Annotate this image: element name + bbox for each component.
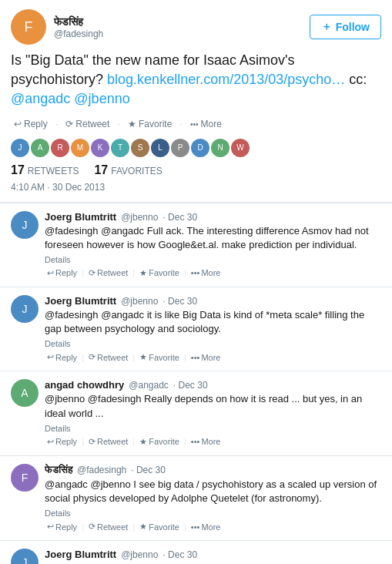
reply-reply-icon: ↩ <box>47 352 54 362</box>
follow-button[interactable]: ＋ Follow <box>310 15 381 39</box>
reply-details[interactable]: Details <box>45 255 381 264</box>
reply-screen-name: @fadesingh <box>77 465 126 475</box>
mini-avatar: S <box>131 139 149 157</box>
more-icon <box>190 119 199 129</box>
reply-retweet-icon: ⟳ <box>89 268 95 278</box>
mini-avatar: N <box>211 139 230 157</box>
reply-reply-button[interactable]: ↩ Reply <box>45 351 79 363</box>
display-name: फेडसिंह <box>54 15 103 29</box>
reply-more-button[interactable]: ••• More <box>189 436 223 447</box>
replies-section: J Joerg Blumtritt @jbenno · Dec 30 @fade… <box>0 203 392 564</box>
reply-retweet-icon: ⟳ <box>89 522 95 532</box>
reply-header: J Joerg Blumtritt @jbenno · Dec 30 @fade… <box>11 295 381 363</box>
reply-favorite-icon: ★ <box>139 522 147 532</box>
reply-avatar: A <box>11 379 39 407</box>
reply-date: · Dec 30 <box>173 380 208 391</box>
retweets-stat: 17 RETWEETS <box>11 163 79 177</box>
reply-date: · Dec 30 <box>162 549 197 560</box>
reply-reply-icon: ↩ <box>47 522 54 532</box>
retweets-count: 17 <box>11 163 25 177</box>
reply-retweet-button[interactable]: ⟳ Retweet <box>86 436 130 448</box>
favorites-label: FAVORITES <box>111 166 162 176</box>
reply-favorite-button[interactable]: ★ Favorite <box>137 521 182 532</box>
mini-avatar: L <box>151 139 169 157</box>
reply-display-name: फेडसिंह <box>45 464 72 476</box>
mini-avatar: D <box>191 139 209 157</box>
reply-display-name: Joerg Blumtritt <box>45 295 116 307</box>
mini-avatar: K <box>91 139 109 157</box>
reply-more-icon: ••• <box>191 268 200 277</box>
reply-date: · Dec 30 <box>131 465 166 475</box>
more-button[interactable]: More <box>187 117 225 131</box>
reply-reply-button[interactable]: ↩ Reply <box>45 436 79 448</box>
reply-date: · Dec 30 <box>162 296 197 307</box>
reply-meta: angad chowdhry @angadc · Dec 30 <box>45 379 381 391</box>
reply-actions: ↩ Reply | ⟳ Retweet | ★ Favorite | <box>45 436 381 448</box>
timestamp: 4:10 AM · 30 Dec 2013 <box>11 182 381 193</box>
main-avatar: F <box>11 9 46 45</box>
main-tweet-user: F फेडसिंह @fadesingh <box>11 9 103 45</box>
reply-content: Joerg Blumtritt @jbenno · Dec 30 @fadesi… <box>45 211 381 279</box>
reply-favorite-button[interactable]: ★ Favorite <box>137 436 182 448</box>
mini-avatar: W <box>231 139 250 157</box>
tweet-actions-row: Reply · Retweet · Favorite · More <box>11 117 381 131</box>
reply-content: Joerg Blumtritt @jbenno · Dec 30 @angadc… <box>45 549 381 564</box>
reply-retweet-icon: ⟳ <box>89 437 95 447</box>
retweet-icon <box>65 119 73 129</box>
reply-content: Joerg Blumtritt @jbenno · Dec 30 @fadesi… <box>45 295 381 363</box>
reply-retweet-button[interactable]: ⟳ Retweet <box>86 267 130 279</box>
reply-avatar: J <box>11 211 39 239</box>
reply-meta: Joerg Blumtritt @jbenno · Dec 30 <box>45 295 381 307</box>
main-tweet-text: Is "Big Data" the new name for Isaac Asi… <box>11 51 381 109</box>
screen-name: @fadesingh <box>54 29 103 39</box>
reply-screen-name: @jbenno <box>121 296 158 307</box>
stats-row: 17 RETWEETS 17 FAVORITES <box>11 163 381 177</box>
reply-retweet-button[interactable]: ⟳ Retweet <box>86 351 130 363</box>
mini-avatar: P <box>171 139 189 157</box>
follow-icon: ＋ <box>321 20 332 34</box>
reply-item: J Joerg Blumtritt @jbenno · Dec 30 @fade… <box>0 287 392 371</box>
reply-item: J Joerg Blumtritt @jbenno · Dec 30 @fade… <box>0 203 392 287</box>
reply-details[interactable]: Details <box>45 339 381 348</box>
reply-header: J Joerg Blumtritt @jbenno · Dec 30 @anga… <box>11 549 381 564</box>
reply-screen-name: @jbenno <box>121 212 158 223</box>
reply-favorite-icon: ★ <box>139 437 147 447</box>
reply-favorite-button[interactable]: ★ Favorite <box>137 267 182 279</box>
tweet-link[interactable]: blog.kenkellner.com/2013/03/psycho… <box>107 72 345 87</box>
reply-more-button[interactable]: ••• More <box>189 267 223 278</box>
reply-reply-icon: ↩ <box>47 268 54 278</box>
reply-display-name: Joerg Blumtritt <box>45 549 116 560</box>
reply-screen-name: @jbenno <box>121 549 158 560</box>
reply-more-icon: ••• <box>191 353 200 362</box>
mention-angadc[interactable]: @angadc <box>11 91 70 106</box>
reply-favorite-icon: ★ <box>139 268 147 278</box>
reply-more-button[interactable]: ••• More <box>189 522 223 532</box>
main-tweet: F फेडसिंह @fadesingh ＋ Follow Is "Big Da… <box>0 0 392 203</box>
reply-meta: फेडसिंह @fadesingh · Dec 30 <box>45 464 381 476</box>
reply-header: F फेडसिंह @fadesingh · Dec 30 @angadc @j… <box>11 464 381 532</box>
reply-button[interactable]: Reply <box>11 117 51 131</box>
favorite-button[interactable]: Favorite <box>125 117 175 131</box>
favorite-icon <box>128 119 136 129</box>
retweet-button[interactable]: Retweet <box>62 117 112 131</box>
favorites-count: 17 <box>94 163 108 177</box>
reply-details[interactable]: Details <box>45 424 381 433</box>
reply-details[interactable]: Details <box>45 509 381 518</box>
reply-actions: ↩ Reply | ⟳ Retweet | ★ Favorite | <box>45 521 381 532</box>
reply-reply-button[interactable]: ↩ Reply <box>45 521 79 532</box>
reply-display-name: angad chowdhry <box>45 379 124 391</box>
main-tweet-header: F फेडसिंह @fadesingh ＋ Follow <box>11 9 381 45</box>
reply-more-button[interactable]: ••• More <box>189 352 223 363</box>
mini-avatar: J <box>11 139 29 157</box>
mini-avatar: T <box>111 139 129 157</box>
reply-favorite-button[interactable]: ★ Favorite <box>137 351 182 363</box>
reply-text: @fadesingh @angadc it is like Big Data i… <box>45 308 381 336</box>
user-info: फेडसिंह @fadesingh <box>54 15 103 39</box>
reply-content: फेडसिंह @fadesingh · Dec 30 @angadc @jbe… <box>45 464 381 532</box>
reply-avatar: J <box>11 295 39 323</box>
reply-reply-button[interactable]: ↩ Reply <box>45 267 79 279</box>
reply-content: angad chowdhry @angadc · Dec 30 @jbenno … <box>45 379 381 447</box>
reply-meta: Joerg Blumtritt @jbenno · Dec 30 <box>45 549 381 560</box>
mention-jbenno[interactable]: @jbenno <box>74 91 129 106</box>
reply-retweet-button[interactable]: ⟳ Retweet <box>86 521 130 532</box>
